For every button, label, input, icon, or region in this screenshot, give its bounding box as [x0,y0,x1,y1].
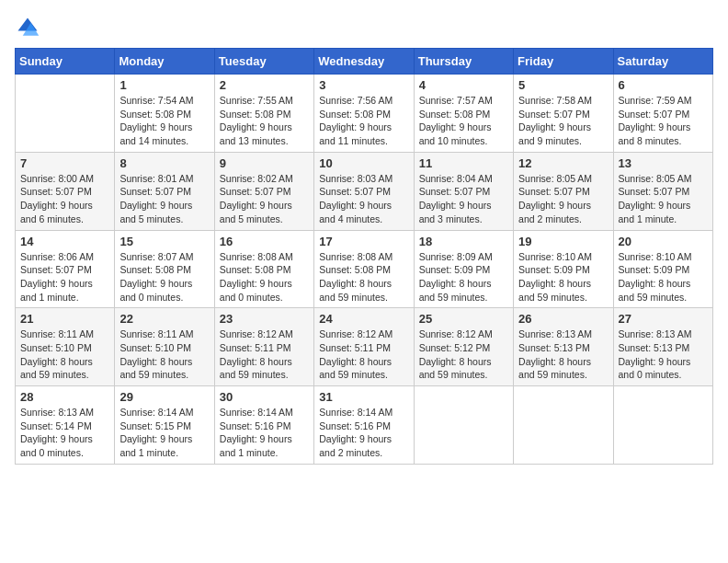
day-info: Sunrise: 8:03 AMSunset: 5:07 PMDaylight:… [319,172,408,226]
logo [15,15,44,40]
day-number: 6 [619,78,708,92]
day-number: 28 [20,390,109,404]
day-number: 2 [220,78,309,92]
day-number: 24 [319,312,408,326]
day-info: Sunrise: 8:08 AMSunset: 5:08 PMDaylight:… [319,250,408,304]
weekday-header-sunday: Sunday [16,49,115,75]
day-info: Sunrise: 8:13 AMSunset: 5:13 PMDaylight:… [619,327,708,382]
week-row-3: 14Sunrise: 8:06 AMSunset: 5:07 PMDayligh… [16,230,713,308]
day-number: 10 [319,156,408,170]
day-number: 18 [419,235,508,248]
day-info: Sunrise: 8:01 AMSunset: 5:07 PMDaylight:… [119,172,209,226]
day-info: Sunrise: 8:02 AMSunset: 5:07 PMDaylight:… [220,172,309,226]
logo-icon [15,15,40,40]
day-info: Sunrise: 8:12 AMSunset: 5:11 PMDaylight:… [319,327,408,382]
day-number: 19 [518,235,608,248]
calendar-cell: 10Sunrise: 8:03 AMSunset: 5:07 PMDayligh… [314,152,414,230]
day-number: 16 [220,235,309,248]
day-number: 13 [619,156,708,170]
day-number: 17 [319,235,408,248]
day-info: Sunrise: 8:13 AMSunset: 5:13 PMDaylight:… [518,327,608,382]
day-number: 4 [419,78,508,92]
calendar-cell: 14Sunrise: 8:06 AMSunset: 5:07 PMDayligh… [16,230,115,308]
calendar-cell: 20Sunrise: 8:10 AMSunset: 5:09 PMDayligh… [613,230,712,308]
week-row-5: 28Sunrise: 8:13 AMSunset: 5:14 PMDayligh… [16,386,713,465]
day-number: 9 [220,156,309,170]
weekday-header-row: SundayMondayTuesdayWednesdayThursdayFrid… [16,49,713,75]
day-info: Sunrise: 8:07 AMSunset: 5:08 PMDaylight:… [119,250,209,304]
day-number: 27 [619,312,708,326]
calendar-cell: 8Sunrise: 8:01 AMSunset: 5:07 PMDaylight… [115,152,214,230]
calendar-cell: 1Sunrise: 7:54 AMSunset: 5:08 PMDaylight… [115,75,214,153]
week-row-1: 1Sunrise: 7:54 AMSunset: 5:08 PMDaylight… [16,75,713,153]
day-info: Sunrise: 8:05 AMSunset: 5:07 PMDaylight:… [619,172,708,226]
day-info: Sunrise: 8:14 AMSunset: 5:16 PMDaylight:… [220,406,309,460]
calendar-cell: 24Sunrise: 8:12 AMSunset: 5:11 PMDayligh… [314,308,414,386]
day-info: Sunrise: 8:12 AMSunset: 5:11 PMDaylight:… [220,327,309,382]
weekday-header-monday: Monday [115,49,214,75]
calendar-cell: 2Sunrise: 7:55 AMSunset: 5:08 PMDaylight… [214,75,313,153]
calendar-cell: 12Sunrise: 8:05 AMSunset: 5:07 PMDayligh… [514,152,613,230]
weekday-header-tuesday: Tuesday [214,49,313,75]
day-info: Sunrise: 8:06 AMSunset: 5:07 PMDaylight:… [20,250,109,304]
day-number: 8 [119,156,209,170]
day-number: 22 [119,312,209,326]
day-number: 7 [20,156,109,170]
calendar-cell: 5Sunrise: 7:58 AMSunset: 5:07 PMDaylight… [514,75,613,153]
day-info: Sunrise: 8:14 AMSunset: 5:16 PMDaylight:… [319,406,408,460]
day-info: Sunrise: 7:56 AMSunset: 5:08 PMDaylight:… [319,94,408,148]
day-info: Sunrise: 8:04 AMSunset: 5:07 PMDaylight:… [419,172,508,226]
day-info: Sunrise: 8:00 AMSunset: 5:07 PMDaylight:… [20,172,109,226]
calendar-cell: 30Sunrise: 8:14 AMSunset: 5:16 PMDayligh… [214,386,313,465]
day-number: 5 [518,78,608,92]
day-number: 23 [220,312,309,326]
page-header [15,15,713,40]
calendar-cell [16,75,115,153]
weekday-header-thursday: Thursday [414,49,513,75]
day-number: 14 [20,235,109,248]
day-number: 15 [119,235,209,248]
day-number: 29 [119,390,209,404]
calendar-cell: 11Sunrise: 8:04 AMSunset: 5:07 PMDayligh… [414,152,513,230]
week-row-4: 21Sunrise: 8:11 AMSunset: 5:10 PMDayligh… [16,308,713,386]
calendar-cell: 9Sunrise: 8:02 AMSunset: 5:07 PMDaylight… [214,152,313,230]
calendar-cell: 23Sunrise: 8:12 AMSunset: 5:11 PMDayligh… [214,308,313,386]
day-info: Sunrise: 7:58 AMSunset: 5:07 PMDaylight:… [518,94,608,148]
week-row-2: 7Sunrise: 8:00 AMSunset: 5:07 PMDaylight… [16,152,713,230]
day-info: Sunrise: 8:10 AMSunset: 5:09 PMDaylight:… [518,250,608,304]
calendar-cell: 3Sunrise: 7:56 AMSunset: 5:08 PMDaylight… [314,75,414,153]
calendar-cell: 17Sunrise: 8:08 AMSunset: 5:08 PMDayligh… [314,230,414,308]
calendar-cell: 26Sunrise: 8:13 AMSunset: 5:13 PMDayligh… [514,308,613,386]
calendar-cell [613,386,712,465]
day-number: 25 [419,312,508,326]
calendar-cell: 25Sunrise: 8:12 AMSunset: 5:12 PMDayligh… [414,308,513,386]
day-number: 12 [518,156,608,170]
day-number: 30 [220,390,309,404]
day-info: Sunrise: 8:09 AMSunset: 5:09 PMDaylight:… [419,250,508,304]
calendar-cell: 18Sunrise: 8:09 AMSunset: 5:09 PMDayligh… [414,230,513,308]
calendar-cell: 29Sunrise: 8:14 AMSunset: 5:15 PMDayligh… [115,386,214,465]
day-info: Sunrise: 8:11 AMSunset: 5:10 PMDaylight:… [20,327,109,382]
calendar-cell: 4Sunrise: 7:57 AMSunset: 5:08 PMDaylight… [414,75,513,153]
calendar-cell: 15Sunrise: 8:07 AMSunset: 5:08 PMDayligh… [115,230,214,308]
calendar-cell: 28Sunrise: 8:13 AMSunset: 5:14 PMDayligh… [16,386,115,465]
calendar-cell: 13Sunrise: 8:05 AMSunset: 5:07 PMDayligh… [613,152,712,230]
day-number: 1 [119,78,209,92]
calendar-cell: 22Sunrise: 8:11 AMSunset: 5:10 PMDayligh… [115,308,214,386]
calendar-cell: 7Sunrise: 8:00 AMSunset: 5:07 PMDaylight… [16,152,115,230]
day-info: Sunrise: 8:05 AMSunset: 5:07 PMDaylight:… [518,172,608,226]
day-number: 21 [20,312,109,326]
calendar-cell [414,386,513,465]
calendar-cell: 19Sunrise: 8:10 AMSunset: 5:09 PMDayligh… [514,230,613,308]
calendar: SundayMondayTuesdayWednesdayThursdayFrid… [15,48,713,465]
day-number: 31 [319,390,408,404]
calendar-cell: 16Sunrise: 8:08 AMSunset: 5:08 PMDayligh… [214,230,313,308]
day-info: Sunrise: 7:57 AMSunset: 5:08 PMDaylight:… [419,94,508,148]
day-info: Sunrise: 8:08 AMSunset: 5:08 PMDaylight:… [220,250,309,304]
weekday-header-friday: Friday [514,49,613,75]
day-info: Sunrise: 8:12 AMSunset: 5:12 PMDaylight:… [419,327,508,382]
weekday-header-wednesday: Wednesday [314,49,414,75]
day-info: Sunrise: 8:10 AMSunset: 5:09 PMDaylight:… [619,250,708,304]
day-info: Sunrise: 7:59 AMSunset: 5:07 PMDaylight:… [619,94,708,148]
calendar-cell [514,386,613,465]
